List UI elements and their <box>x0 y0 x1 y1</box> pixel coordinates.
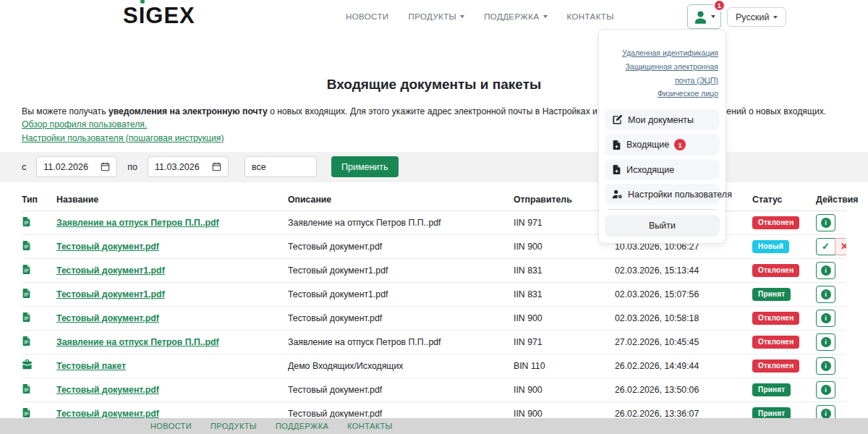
pdf-file-icon <box>22 312 31 323</box>
language-selector[interactable]: Русский <box>727 7 786 27</box>
document-sender: IIN 831 <box>514 258 615 282</box>
link-secure-email[interactable]: Защищенная электронная почта (ЭЦП) <box>625 62 718 85</box>
document-sender: IIN 900 <box>514 378 615 401</box>
document-description: Заявление на отпуск Петров П.П..pdf <box>288 210 514 234</box>
document-sender: BIN 110 <box>514 354 615 378</box>
info-button[interactable]: i <box>816 262 835 279</box>
nav-item-support[interactable]: ПОДДЕРЖКА <box>484 12 547 21</box>
info-icon: i <box>821 218 831 228</box>
document-edit-icon <box>612 114 623 125</box>
nav-item-products[interactable]: ПРОДУКТЫ <box>409 12 465 21</box>
footer: НОВОСТИ ПРОДУКТЫ ПОДДЕРЖКА КОНТАКТЫ <box>0 418 868 434</box>
info-icon: i <box>821 265 831 276</box>
document-description: Тестовый документ.pdf <box>288 306 514 330</box>
menu-item-outbox[interactable]: Исходящие <box>605 159 720 180</box>
column-header-actions: Действия <box>816 191 846 211</box>
calendar-icon[interactable] <box>212 162 221 171</box>
footer-link-contacts[interactable]: КОНТАКТЫ <box>347 422 393 430</box>
profile-overview-link[interactable]: Обзор профиля пользователя. <box>22 119 147 129</box>
menu-item-user-settings[interactable]: Настройки пользователя <box>605 184 720 205</box>
person-icon <box>693 9 708 25</box>
info-button[interactable]: i <box>816 214 835 231</box>
menu-divider <box>608 209 717 210</box>
pdf-file-icon <box>22 288 31 299</box>
type-filter-input[interactable]: все <box>244 156 317 177</box>
file-plus-icon <box>612 140 621 150</box>
info-button[interactable]: i <box>816 357 835 375</box>
status-badge: Отклонен <box>752 336 799 349</box>
document-name-link[interactable]: Тестовый пакет <box>56 361 126 371</box>
reject-button[interactable]: ✕ <box>835 238 846 255</box>
info-button[interactable]: i <box>816 333 835 351</box>
user-gear-icon <box>612 189 623 200</box>
settings-instruction-link[interactable]: Настройки пользователя (пошаговая инстру… <box>22 133 224 143</box>
sigex-logo[interactable]: SIGEX <box>123 3 195 29</box>
document-sender: IIN 971 <box>514 330 615 354</box>
row-actions: i <box>816 286 835 303</box>
table-row: Тестовый документ1.pdfТестовый документ1… <box>22 258 846 282</box>
date-to-input[interactable]: 11.03.2026 <box>148 156 229 177</box>
document-description: Тестовый документ1.pdf <box>288 258 514 282</box>
row-actions: i <box>816 310 835 327</box>
pdf-file-icon <box>22 336 31 346</box>
row-actions: i <box>816 214 835 231</box>
info-button[interactable]: i <box>816 286 835 303</box>
footer-link-products[interactable]: ПРОДУКТЫ <box>210 422 257 430</box>
accept-button[interactable]: ✓ <box>816 238 835 255</box>
date-from-input[interactable]: 11.02.2026 <box>36 156 117 177</box>
pdf-file-icon <box>22 383 31 394</box>
info-icon: i <box>821 409 831 419</box>
document-date: 02.03.2026, 15:07:56 <box>615 282 752 306</box>
apply-filter-button[interactable]: Применить <box>331 156 399 177</box>
link-individual[interactable]: Физическое лицо <box>658 89 718 98</box>
status-badge: Отклонен <box>752 216 799 229</box>
info-button[interactable]: i <box>816 381 835 399</box>
document-name-link[interactable]: Тестовый документ.pdf <box>56 385 159 395</box>
link-remote-identification[interactable]: Удаленная идентификация <box>622 48 718 57</box>
document-name-link[interactable]: Тестовый документ.pdf <box>56 242 159 252</box>
status-badge: Принят <box>752 288 791 301</box>
info-icon: i <box>821 361 831 371</box>
nav-item-contacts[interactable]: КОНТАКТЫ <box>567 12 614 21</box>
document-description: Заявление на отпуск Петров П.П..pdf <box>288 330 514 354</box>
document-date: 26.02.2026, 14:49:44 <box>615 354 752 378</box>
document-name-link[interactable]: Тестовый документ.pdf <box>56 409 159 419</box>
chevron-down-icon <box>543 15 548 18</box>
notification-badge: 1 <box>713 0 726 12</box>
calendar-icon[interactable] <box>101 162 110 171</box>
column-header-status: Статус <box>752 191 816 211</box>
pdf-file-icon <box>22 264 31 275</box>
document-name-link[interactable]: Заявление на отпуск Петров П.П..pdf <box>56 337 219 347</box>
info-button[interactable]: i <box>816 310 835 327</box>
column-header-description: Описание <box>288 191 514 211</box>
pdf-file-icon <box>22 407 31 418</box>
main-content: Входящие документы и пакеты Вы можете по… <box>0 77 868 434</box>
footer-link-news[interactable]: НОВОСТИ <box>150 422 192 430</box>
document-name-link[interactable]: Тестовый документ1.pdf <box>56 289 165 299</box>
status-badge: Отклонен <box>752 359 799 373</box>
document-date: 02.03.2026, 15:13:44 <box>615 258 752 282</box>
chevron-down-icon <box>460 15 464 18</box>
logout-button[interactable]: Выйти <box>605 215 720 237</box>
table-row: Тестовый документ.pdfТестовый документ.p… <box>22 306 846 330</box>
nav-item-news[interactable]: НОВОСТИ <box>346 12 389 21</box>
menu-item-inbox[interactable]: Входящие 1 <box>605 134 720 156</box>
menu-item-my-documents[interactable]: Мои документы <box>605 109 720 130</box>
document-sender: IIN 900 <box>514 306 615 330</box>
column-header-name: Название <box>56 191 288 211</box>
document-sender: IIN 831 <box>514 282 615 306</box>
footer-link-support[interactable]: ПОДДЕРЖКА <box>276 422 328 430</box>
document-date: 26.02.2026, 13:50:06 <box>615 378 752 401</box>
user-dropdown-menu: Удаленная идентификация Защищенная элект… <box>598 29 726 244</box>
table-row: Тестовый документ1.pdfТестовый документ1… <box>22 282 846 306</box>
user-account-button[interactable]: 1 <box>687 4 721 29</box>
pdf-file-icon <box>22 240 31 251</box>
document-name-link[interactable]: Тестовый документ1.pdf <box>56 265 165 276</box>
document-name-link[interactable]: Тестовый документ.pdf <box>56 313 159 323</box>
row-actions: i <box>816 333 835 351</box>
main-nav: НОВОСТИ ПРОДУКТЫ ПОДДЕРЖКА КОНТАКТЫ <box>346 12 614 21</box>
filter-bar: с 11.02.2026 по 11.03.2026 все Применить <box>0 152 868 182</box>
row-actions: i <box>816 357 835 375</box>
document-name-link[interactable]: Заявление на отпуск Петров П.П..pdf <box>56 218 219 228</box>
status-badge: Принят <box>752 383 791 396</box>
